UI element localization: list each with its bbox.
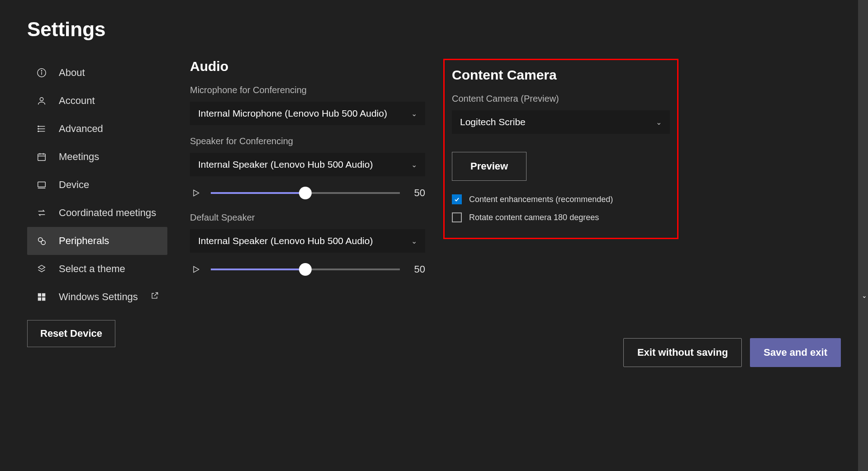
scroll-down-icon[interactable]: ⌄ [862,292,867,299]
svg-marker-23 [194,266,199,272]
svg-point-8 [38,128,39,129]
page-title: Settings [27,18,841,41]
content-enhancements-checkbox[interactable]: Content enhancements (recommended) [452,194,670,204]
chevron-down-icon: ⌄ [411,109,417,118]
info-icon [35,68,48,78]
sidebar-item-label: Device [59,179,89,191]
list-icon [35,124,48,134]
sidebar-item-about[interactable]: About [27,59,167,87]
svg-point-17 [41,240,45,245]
svg-marker-22 [194,190,199,196]
default-speaker-volume-value: 50 [409,264,425,275]
calendar-icon [35,152,48,162]
sidebar-item-device[interactable]: Device [27,171,167,199]
person-icon [35,96,48,106]
sidebar-item-label: Windows Settings [59,291,138,303]
speaker-conf-value: Internal Speaker (Lenovo Hub 500 Audio) [198,159,373,170]
external-link-icon [150,291,159,303]
scrollbar[interactable] [858,0,868,471]
svg-rect-10 [38,154,46,161]
sidebar-item-label: Advanced [59,123,103,135]
content-enhancements-label: Content enhancements (recommended) [469,195,613,204]
svg-point-7 [38,126,39,127]
slider-thumb[interactable] [299,187,312,199]
svg-point-2 [41,71,42,71]
content-camera-preview-label: Content Camera (Preview) [452,94,670,104]
svg-point-3 [40,98,43,101]
chevron-down-icon: ⌄ [411,237,417,245]
monitor-icon [35,180,48,190]
content-camera-dropdown[interactable]: Logitech Scribe ⌄ [452,110,670,134]
sidebar-item-theme[interactable]: Select a theme [27,255,167,283]
sidebar-item-peripherals[interactable]: Peripherals [27,227,167,255]
save-and-exit-button[interactable]: Save and exit [750,338,841,367]
windows-icon [35,292,48,302]
mic-dropdown[interactable]: Internal Microphone (Lenovo Hub 500 Audi… [190,102,425,125]
play-icon[interactable] [190,187,202,199]
mic-value: Internal Microphone (Lenovo Hub 500 Audi… [198,108,387,119]
default-speaker-value: Internal Speaker (Lenovo Hub 500 Audio) [198,236,373,246]
sidebar-item-label: Meetings [59,151,99,163]
content-camera-section: Content Camera Content Camera (Preview) … [443,59,678,239]
speaker-conf-dropdown[interactable]: Internal Speaker (Lenovo Hub 500 Audio) … [190,153,425,176]
swap-icon [35,208,48,218]
checkbox-checked-icon [452,194,462,204]
sidebar-item-label: Coordinated meetings [59,207,156,219]
chevron-down-icon: ⌄ [411,160,417,169]
svg-rect-14 [38,182,46,187]
sidebar-item-label: Peripherals [59,235,109,247]
peripherals-icon [35,236,48,246]
speaker-conf-volume-slider[interactable] [211,192,400,194]
settings-sidebar: About Account Advanced Meetings [27,59,167,347]
rotate-camera-label: Rotate content camera 180 degrees [469,213,599,222]
sidebar-item-label: About [59,67,85,79]
exit-without-saving-button[interactable]: Exit without saving [623,338,742,367]
chevron-down-icon: ⌄ [656,118,662,127]
content-camera-value: Logitech Scribe [460,117,526,127]
preview-button[interactable]: Preview [452,152,526,181]
sidebar-item-windows[interactable]: Windows Settings [27,283,167,311]
rotate-camera-checkbox[interactable]: Rotate content camera 180 degrees [452,212,670,222]
svg-rect-18 [38,293,41,297]
slider-thumb[interactable] [299,263,312,276]
svg-point-9 [38,131,39,132]
speaker-conf-label: Speaker for Conferencing [190,136,425,146]
reset-device-button[interactable]: Reset Device [27,320,115,347]
sidebar-item-advanced[interactable]: Advanced [27,115,167,143]
default-speaker-dropdown[interactable]: Internal Speaker (Lenovo Hub 500 Audio) … [190,229,425,253]
mic-label: Microphone for Conferencing [190,85,425,95]
content-camera-title: Content Camera [452,67,670,83]
svg-rect-20 [38,297,41,301]
svg-rect-19 [42,293,45,297]
audio-title: Audio [190,59,425,74]
theme-icon [35,264,48,274]
default-speaker-label: Default Speaker [190,212,425,223]
sidebar-item-coordinated[interactable]: Coordinated meetings [27,199,167,227]
play-icon[interactable] [190,264,202,275]
sidebar-item-label: Select a theme [59,263,125,275]
speaker-conf-volume-value: 50 [409,187,425,199]
sidebar-item-label: Account [59,95,95,107]
svg-rect-21 [42,297,45,301]
sidebar-item-account[interactable]: Account [27,87,167,115]
sidebar-item-meetings[interactable]: Meetings [27,143,167,171]
default-speaker-volume-slider[interactable] [211,268,400,270]
checkbox-unchecked-icon [452,212,462,222]
audio-section: Audio Microphone for Conferencing Intern… [190,59,425,347]
